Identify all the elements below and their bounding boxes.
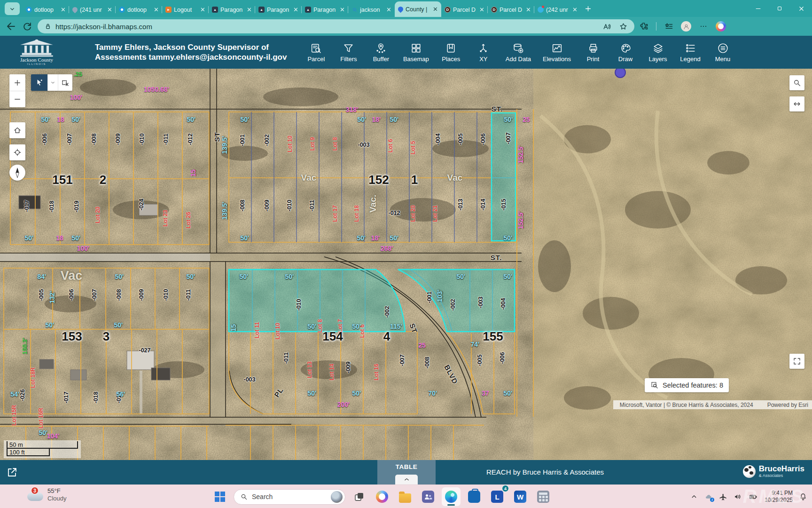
map-search-button[interactable] [789,75,804,90]
toolbar-legend[interactable]: Legend [680,42,701,63]
weather-widget[interactable]: 3 55°F Cloudy [27,487,66,502]
notifications-bell-icon[interactable] [799,492,807,501]
minimize-button[interactable] [747,0,769,17]
compass-button[interactable] [9,165,25,181]
toolbar-label: Basemap [403,56,429,63]
volume-icon[interactable] [734,492,742,501]
select-tool-button[interactable] [31,74,47,91]
new-tab-button[interactable] [581,1,595,16]
maximize-button[interactable] [769,0,790,17]
copilot-app-icon[interactable] [373,487,391,506]
toolbar-basemap[interactable]: Basemap [403,42,429,63]
tab-close-icon[interactable]: ✕ [479,7,484,13]
tab-close-icon[interactable]: ✕ [526,7,531,13]
clock[interactable]: 9:41 PM 10/29/2025 [765,490,793,504]
browser-tab[interactable]: ▲Paragon✕ [255,2,302,17]
table-expand-button[interactable] [395,475,418,484]
toolbar-print[interactable]: Print [583,42,603,63]
favorites-list-icon[interactable] [664,22,673,31]
zoom-out-button[interactable] [9,91,25,107]
tab-close-icon[interactable]: ✕ [200,7,205,13]
toolbar-filters[interactable]: Filters [338,42,359,63]
windows-taskbar: 3 55°F Cloudy Search L4W i 9:41 PM [0,484,812,508]
select-tool-dropdown[interactable] [47,74,58,91]
toolbar-buffer[interactable]: Buffer [371,42,391,63]
tab-close-icon[interactable]: ✕ [61,7,66,13]
browser-tab[interactable]: (241 unr✕ [69,2,116,17]
clear-selection-button[interactable] [58,74,72,91]
profile-avatar[interactable] [681,21,691,32]
tab-close-icon[interactable]: ✕ [107,7,112,13]
tab-close-icon[interactable]: ✕ [433,6,438,12]
zoom-in-button[interactable] [9,74,25,91]
browser-tab[interactable]: dotloop✕ [23,2,69,17]
toolbar-draw[interactable]: Draw [615,42,636,63]
bottom-bar: TABLE REACH by Bruce Harris & Associates… [0,460,812,484]
toolbar-xy[interactable]: XY [473,42,494,63]
browser-tab[interactable]: (242 unr✕ [534,2,581,17]
toolbar-parcel[interactable]: Parcel [306,42,327,63]
lapp-app-icon[interactable]: L4 [488,487,507,506]
extensions-icon[interactable] [639,22,648,31]
cloud-icon: 3 [27,489,43,501]
tab-close-icon[interactable]: ✕ [154,7,159,13]
swipe-tool-button[interactable] [789,96,804,111]
browser-tab[interactable]: ▸Logout✕ [162,2,209,17]
word-app-icon[interactable]: W [511,487,530,506]
toolbar-places[interactable]: Places [441,42,461,63]
taskview-app-icon[interactable] [350,487,368,506]
browser-tab[interactable]: ▲Paragon✕ [209,2,255,17]
onedrive-icon[interactable]: i [704,492,713,501]
filters-icon [343,42,354,54]
tab-close-icon[interactable]: ✕ [340,7,345,13]
tab-close-icon[interactable]: ✕ [572,7,578,13]
pin-gray-favicon [71,6,79,14]
locate-button[interactable] [9,144,25,160]
map-canvas[interactable]: .251050.68'100'318'ST.2550'1850'50'-006-… [0,69,812,460]
browser-tab[interactable]: DParcel D✕ [488,2,534,17]
tab-actions-button[interactable] [5,2,20,15]
store-app-icon[interactable] [465,487,484,506]
browser-tab[interactable]: ▲Paragon✕ [302,2,348,17]
browser-tab[interactable]: dotloop✕ [116,2,162,17]
tab-title: County | [406,6,430,13]
system-tray: i 9:41 PM 10/29/2025 [690,485,807,508]
copilot-icon[interactable] [716,21,726,32]
edge-app-icon[interactable] [442,487,461,506]
airplane-mode-icon[interactable] [719,492,727,501]
battery-icon[interactable] [748,492,758,501]
start-button[interactable] [211,487,229,506]
browser-tab[interactable]: County |✕ [395,1,441,17]
url-field[interactable]: https://jackson-il.bhamaps.com [38,19,634,33]
calc-app-icon[interactable] [534,487,553,506]
taskbar-search[interactable]: Search [234,489,345,505]
refresh-button[interactable] [22,21,33,32]
teams-app-icon[interactable] [419,487,437,506]
toolbar-layers[interactable]: Layers [648,42,668,63]
favorite-star-icon[interactable] [619,22,628,31]
toolbar-menu[interactable]: Menu [712,42,733,63]
bruce-harris-logo: BruceHarris & Associates [743,465,804,478]
toolbar-elevations[interactable]: Elevations [543,42,571,63]
settings-more-icon[interactable] [699,22,708,31]
tab-title: Parcel D [500,7,523,13]
share-button[interactable] [7,467,18,478]
tab-close-icon[interactable]: ✕ [293,7,298,13]
selected-features-badge[interactable]: Selected features: 8 [645,378,729,392]
search-highlight-image[interactable] [331,491,343,503]
browser-tab[interactable]: DParcel D✕ [441,2,488,17]
toolbar-add-data[interactable]: Add Data [506,42,531,63]
tab-close-icon[interactable]: ✕ [386,7,391,13]
tab-close-icon[interactable]: ✕ [247,7,252,13]
print-icon [587,42,599,54]
browser-tab[interactable]: jackson✕ [348,2,395,17]
fullscreen-button[interactable] [789,354,804,369]
close-button[interactable] [790,0,812,17]
explorer-app-icon[interactable] [396,487,414,506]
read-aloud-icon[interactable] [602,22,611,31]
back-button[interactable] [6,21,17,32]
hidden-icons-chevron[interactable] [690,492,698,501]
table-panel-tab[interactable]: TABLE [377,460,436,484]
home-button[interactable] [9,122,25,138]
toolbar-label: Print [587,56,600,63]
